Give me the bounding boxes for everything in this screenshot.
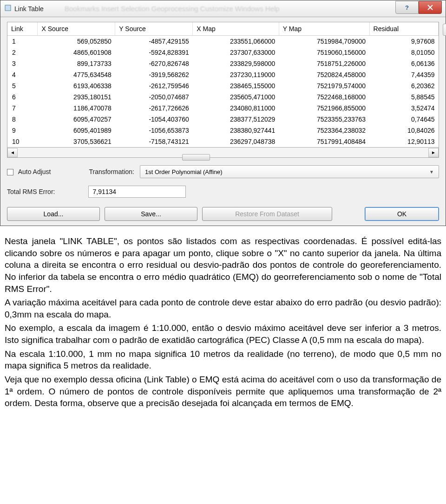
table-row[interactable]: 62935,180151-2050,074687235605,471000752…	[7, 91, 439, 103]
table-cell[interactable]: -3919,568262	[115, 69, 193, 80]
table-row[interactable]: 24865,601908-5924,828391237307,633000751…	[7, 47, 439, 58]
table-row[interactable]: 3899,173733-6270,826748233829,5980007518…	[7, 58, 439, 69]
table-cell[interactable]: 8,01050	[369, 47, 438, 58]
table-cell[interactable]: 7517991,408484	[279, 136, 369, 147]
save-label: Save...	[141, 210, 161, 218]
table-cell[interactable]: -2612,759546	[115, 80, 193, 91]
table-cell[interactable]: 4775,634548	[38, 69, 115, 80]
table-cell[interactable]: 6193,406338	[38, 80, 115, 91]
checkbox-icon	[7, 169, 13, 175]
table-cell[interactable]: 4	[7, 69, 38, 80]
table-cell[interactable]: 235605,471000	[193, 91, 279, 103]
table-cell[interactable]: 5	[7, 80, 38, 91]
rms-value-field[interactable]: 7,91134	[88, 186, 186, 198]
table-cell[interactable]: 6,06136	[369, 58, 438, 69]
close-button[interactable]	[419, 1, 442, 14]
save-button[interactable]: Save...	[105, 207, 197, 221]
delete-link-button[interactable]	[443, 24, 446, 36]
load-button[interactable]: Load...	[7, 207, 100, 221]
table-cell[interactable]: 8	[7, 114, 38, 125]
auto-adjust-checkbox[interactable]: Auto Adjust	[7, 168, 51, 176]
close-icon	[427, 4, 433, 11]
table-cell[interactable]: 1186,470078	[38, 103, 115, 114]
table-cell[interactable]: -6270,826748	[115, 58, 193, 69]
table-cell[interactable]: 9,97608	[369, 36, 438, 47]
ok-label: OK	[397, 210, 407, 218]
table-cell[interactable]: 7518751,226000	[279, 58, 369, 69]
table-cell[interactable]: -1056,653873	[115, 125, 193, 136]
table-cell[interactable]: 7,44359	[369, 69, 438, 80]
table-cell[interactable]: 238377,512029	[193, 114, 279, 125]
titlebar[interactable]: Link Table Bookmarks Insert Selection Ge…	[0, 0, 446, 17]
table-cell[interactable]: 2935,180151	[38, 91, 115, 103]
table-row[interactable]: 96095,401989-1056,653873238380,927441752…	[7, 125, 439, 136]
table-cell[interactable]: 6,20362	[369, 80, 438, 91]
table-cell[interactable]: 6095,470257	[38, 114, 115, 125]
table-cell[interactable]: 9	[7, 125, 38, 136]
table-cell[interactable]: 7521979,574000	[279, 80, 369, 91]
table-cell[interactable]: 3705,536621	[38, 136, 115, 147]
table-cell[interactable]: 10,84026	[369, 125, 438, 136]
table-cell[interactable]: -2050,074687	[115, 91, 193, 103]
restore-button[interactable]: Restore From Dataset	[202, 207, 332, 221]
svg-text:?: ?	[405, 4, 409, 11]
horizontal-scrollbar[interactable]: ◄ ►	[7, 148, 439, 158]
table-cell[interactable]: 3	[7, 58, 38, 69]
scroll-right-button[interactable]: ►	[428, 148, 439, 157]
table-cell[interactable]: 7519984,709000	[279, 36, 369, 47]
table-cell[interactable]: 12,90113	[369, 136, 438, 147]
table-cell[interactable]: 3,52474	[369, 103, 438, 114]
table-cell[interactable]: 1	[7, 36, 38, 47]
table-cell[interactable]: 233829,598000	[193, 58, 279, 69]
ok-button[interactable]: OK	[365, 207, 439, 221]
table-cell[interactable]: 7523364,238032	[279, 125, 369, 136]
table-cell[interactable]: -1054,403760	[115, 114, 193, 125]
window-icon	[4, 4, 12, 13]
table-cell[interactable]: 5,88545	[369, 91, 438, 103]
scroll-left-button[interactable]: ◄	[7, 148, 18, 157]
col-link[interactable]: Link	[7, 22, 38, 36]
table-cell[interactable]: 238465,155000	[193, 80, 279, 91]
table-cell[interactable]: 7521966,855000	[279, 103, 369, 114]
table-cell[interactable]: 4865,601908	[38, 47, 115, 58]
table-cell[interactable]: 10	[7, 136, 38, 147]
table-cell[interactable]: -5924,828391	[115, 47, 193, 58]
scroll-thumb[interactable]	[182, 154, 210, 161]
table-cell[interactable]: 6	[7, 91, 38, 103]
col-xmap[interactable]: X Map	[193, 22, 279, 36]
table-cell[interactable]: -4857,429155	[115, 36, 193, 47]
table-cell[interactable]: 237307,633000	[193, 47, 279, 58]
table-row[interactable]: 56193,406338-2612,759546238465,155000752…	[7, 80, 439, 91]
table-cell[interactable]: 7520824,458000	[279, 69, 369, 80]
table-row[interactable]: 1569,052850-4857,429155233551,0660007519…	[7, 36, 439, 47]
table-cell[interactable]: -2617,726626	[115, 103, 193, 114]
table-cell[interactable]: 2	[7, 47, 38, 58]
table-cell[interactable]: 7522468,168000	[279, 91, 369, 103]
table-row[interactable]: 86095,470257-1054,403760238377,512029752…	[7, 114, 439, 125]
col-ymap[interactable]: Y Map	[279, 22, 369, 36]
table-cell[interactable]: 0,74645	[369, 114, 438, 125]
rms-value: 7,91134	[92, 188, 116, 195]
table-cell[interactable]: 238380,927441	[193, 125, 279, 136]
table-cell[interactable]: 899,173733	[38, 58, 115, 69]
paragraph: A variação máxima aceitável para cada po…	[5, 297, 441, 320]
table-cell[interactable]: 6095,401989	[38, 125, 115, 136]
table-cell[interactable]: 569,052850	[38, 36, 115, 47]
table-cell[interactable]: 237230,119000	[193, 69, 279, 80]
transformation-combo[interactable]: 1st Order Polynomial (Affine) ▼	[140, 165, 439, 178]
col-ysource[interactable]: Y Source	[115, 22, 193, 36]
table-cell[interactable]: 236297,048738	[193, 136, 279, 147]
help-button[interactable]: ?	[395, 1, 419, 14]
table-cell[interactable]: -7158,743121	[115, 136, 193, 147]
table-row[interactable]: 103705,536621-7158,743121236297,04873875…	[7, 136, 439, 147]
table-row[interactable]: 44775,634548-3919,568262237230,119000752…	[7, 69, 439, 80]
table-cell[interactable]: 234080,811000	[193, 103, 279, 114]
table-cell[interactable]: 7	[7, 103, 38, 114]
table-cell[interactable]: 7523355,233763	[279, 114, 369, 125]
link-table[interactable]: Link X Source Y Source X Map Y Map Resid…	[7, 22, 439, 148]
table-cell[interactable]: 233551,066000	[193, 36, 279, 47]
col-residual[interactable]: Residual	[369, 22, 438, 36]
col-xsource[interactable]: X Source	[38, 22, 115, 36]
table-cell[interactable]: 7519060,156000	[279, 47, 369, 58]
table-row[interactable]: 71186,470078-2617,726626234080,811000752…	[7, 103, 439, 114]
